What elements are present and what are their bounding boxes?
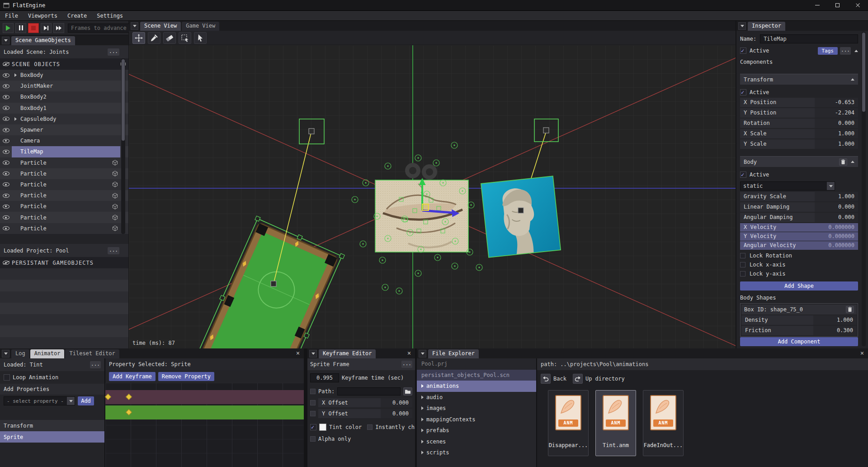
joint-anchor[interactable] (518, 208, 524, 213)
animation-menu-button[interactable]: ... (90, 361, 101, 368)
scene-object-row-particle[interactable]: Particle (0, 190, 128, 201)
body-type-dropdown[interactable]: static (740, 181, 835, 191)
scene-object-row-particle[interactable]: Particle (0, 157, 128, 168)
stop-button[interactable] (28, 23, 39, 33)
visibility-eye-icon[interactable] (3, 172, 9, 176)
add-property-button[interactable]: Add (78, 396, 94, 405)
panel-collapse-icon[interactable] (131, 22, 138, 30)
file-card[interactable]: ANM Disappear... (548, 390, 589, 456)
field-row[interactable]: Y Offset0.000 (318, 409, 412, 418)
visibility-eye-icon[interactable] (3, 194, 9, 198)
field-value[interactable]: 0.000 (381, 398, 412, 407)
emitter-box[interactable] (299, 119, 324, 144)
field-row[interactable]: Friction0.300 (741, 326, 857, 335)
tags-button[interactable]: Tags (818, 47, 838, 55)
animation-timeline[interactable] (105, 383, 304, 467)
body-section-header[interactable]: Body (740, 156, 858, 167)
pool-table-sprite[interactable] (184, 216, 344, 348)
joint-anchor[interactable] (271, 281, 276, 286)
field-value[interactable]: 0.000 (381, 409, 412, 418)
tree-item-pool-prj[interactable]: Pool.prj (417, 358, 536, 370)
field-value[interactable]: 1.000 (815, 192, 858, 201)
expand-arrow-icon[interactable] (421, 440, 424, 443)
inspector-menu-button[interactable]: ... (840, 47, 851, 55)
scene-object-row-jointmaker[interactable]: JointMaker (0, 81, 128, 91)
play-button[interactable] (3, 23, 14, 33)
tree-item-scripts[interactable]: scripts (417, 447, 536, 458)
expand-arrow-icon[interactable] (421, 384, 424, 388)
menu-settings[interactable]: Settings (92, 11, 128, 21)
tree-item-animations[interactable]: animations (417, 381, 536, 392)
field-row[interactable]: X Offset0.000 (318, 398, 412, 407)
tab-scene-gameobjects[interactable]: Scene GameObjects (11, 36, 75, 45)
field-value[interactable]: -0.653 (815, 98, 858, 107)
eye-off-icon[interactable] (3, 62, 9, 66)
scene-menu-button[interactable]: ... (108, 48, 119, 56)
maximize-button[interactable] (827, 0, 848, 10)
visibility-eye-icon[interactable] (3, 128, 9, 132)
back-button[interactable] (541, 374, 551, 384)
field-value[interactable]: 0.000 (815, 213, 858, 222)
close-panel-icon[interactable] (295, 350, 301, 357)
visibility-eye-icon[interactable] (3, 226, 9, 230)
timeline-track-sprite[interactable] (105, 405, 304, 419)
panel-collapse-icon[interactable] (419, 350, 426, 357)
timeline-track-transform[interactable] (105, 390, 304, 404)
field-row[interactable]: Density1.000 (741, 315, 857, 325)
tab-keyframe-editor[interactable]: Keyframe Editor (319, 349, 376, 358)
field-row[interactable]: X Scale1.000 (740, 129, 858, 138)
delete-component-button[interactable] (839, 158, 847, 166)
field-value[interactable]: 1.000 (815, 139, 858, 149)
emitter-box[interactable] (534, 119, 558, 142)
scene-canvas[interactable]: time (ms): 87 (129, 45, 736, 348)
tint-color-swatch[interactable] (319, 424, 326, 431)
step-button[interactable] (41, 23, 52, 33)
visibility-eye-icon[interactable] (3, 84, 9, 88)
field-row[interactable]: Rotation0.000 (740, 119, 858, 128)
expand-arrow-icon[interactable] (421, 396, 424, 399)
collapse-up-icon[interactable] (851, 78, 854, 81)
field-value[interactable]: -2.204 (815, 108, 858, 118)
expand-arrow-icon[interactable] (421, 418, 424, 421)
eye-off-icon[interactable] (3, 261, 9, 265)
tab-file-explorer[interactable]: File Explorer (428, 349, 479, 358)
expand-arrow-icon[interactable] (14, 73, 17, 77)
remove-property-button[interactable]: Remove Property (158, 372, 214, 381)
tree-item-prefabs[interactable]: prefabs (417, 425, 536, 436)
fast-forward-button[interactable] (53, 23, 64, 33)
active-checkbox[interactable] (740, 48, 746, 54)
browse-folder-button[interactable] (403, 387, 412, 396)
field-value[interactable]: 0.300 (813, 326, 857, 335)
scene-object-row-boxbody[interactable]: BoxBody (0, 70, 128, 81)
loop-animation-checkbox[interactable] (4, 374, 10, 381)
file-card[interactable]: ANM FadeInOut... (643, 390, 684, 456)
field-row[interactable]: X Position-0.653 (740, 98, 858, 107)
field-row[interactable]: Y Position-2.204 (740, 108, 858, 118)
lock-y-axis-checkbox[interactable] (740, 271, 745, 276)
tile-select-tool-button[interactable] (179, 32, 191, 44)
panel-collapse-icon[interactable] (2, 350, 9, 357)
cursor-tool-button[interactable] (194, 32, 207, 44)
brush-tool-button[interactable] (148, 32, 160, 44)
visibility-eye-icon[interactable] (3, 205, 9, 209)
tree-item-audio[interactable]: audio (417, 392, 536, 403)
tab-inspector[interactable]: Inspector (748, 22, 785, 31)
tab-tileset-editor[interactable]: Tileset Editor (65, 349, 119, 358)
collapse-up-icon[interactable] (851, 161, 854, 163)
expand-arrow-icon[interactable] (421, 429, 424, 432)
scene-object-row-tilemap[interactable]: TileMap (0, 146, 128, 157)
scene-object-row-capsulebody[interactable]: CapsuleBody (0, 114, 128, 124)
eraser-tool-button[interactable] (163, 32, 176, 44)
field-value[interactable]: 0.000 (815, 202, 858, 212)
tab-animator[interactable]: Animator (30, 349, 65, 358)
visibility-eye-icon[interactable] (3, 161, 9, 165)
statue-sprite[interactable] (481, 176, 561, 257)
visibility-eye-icon[interactable] (3, 215, 9, 219)
project-menu-button[interactable]: ... (108, 247, 119, 254)
field-row[interactable]: Linear Damping0.000 (740, 202, 858, 212)
visibility-eye-icon[interactable] (3, 150, 9, 154)
panel-collapse-icon[interactable] (738, 22, 746, 30)
sprite-path-field[interactable] (337, 387, 401, 396)
lock-x-axis-checkbox[interactable] (740, 262, 745, 267)
field-row[interactable]: Gravity Scale1.000 (740, 192, 858, 201)
